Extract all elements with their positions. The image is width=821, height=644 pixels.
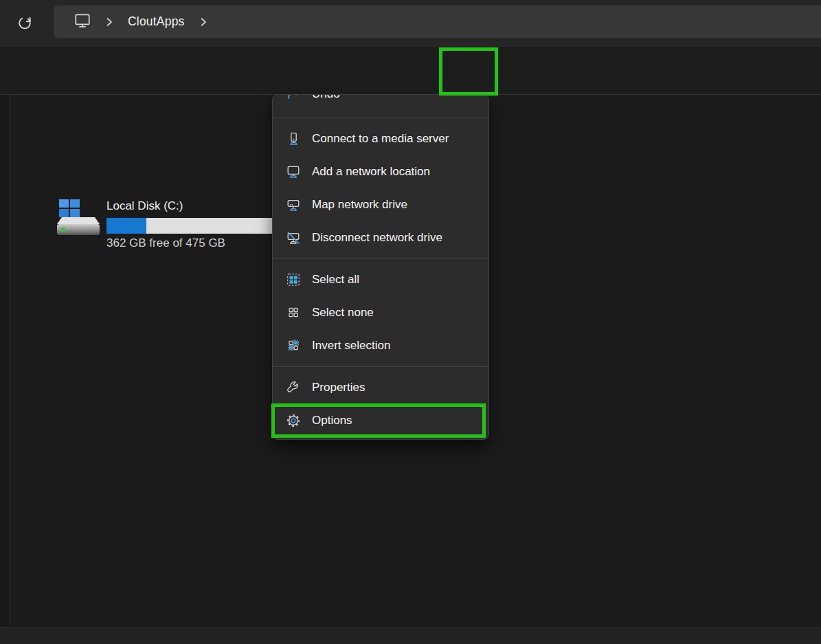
breadcrumb-chevron-icon — [106, 17, 113, 27]
menu-item-label: Options — [312, 414, 352, 428]
menu-item-select-none[interactable]: Select none — [273, 296, 488, 329]
disconnect-network-drive-icon — [286, 230, 301, 245]
menu-separator — [273, 118, 488, 118]
drive-name: Local Disk (C:) — [106, 199, 183, 213]
menu-separator — [273, 258, 488, 259]
menu-item-options[interactable]: Options — [273, 404, 488, 437]
refresh-icon — [16, 14, 34, 34]
breadcrumb-folder[interactable]: CloutApps — [122, 14, 190, 29]
menu-item-add-network-location[interactable]: Add a network location — [273, 155, 488, 188]
menu-item-label: Invert selection — [312, 339, 390, 353]
options-gear-icon — [286, 413, 301, 428]
menu-item-label: Connect to a media server — [312, 132, 449, 146]
file-explorer-window: CloutApps — [0, 0, 821, 644]
menu-item-label: Undo — [312, 94, 340, 101]
breadcrumb-this-pc[interactable] — [69, 10, 96, 34]
drive-free-space: 362 GB free of 475 GB — [106, 236, 225, 250]
drive-usage-bar — [106, 218, 273, 234]
map-network-drive-icon — [286, 197, 301, 212]
drive-item-local-disk-c[interactable]: Local Disk (C:) 362 GB free of 475 GB — [52, 195, 279, 258]
select-none-icon — [286, 305, 301, 320]
left-gutter — [0, 95, 9, 627]
menu-item-label: Properties — [312, 381, 365, 395]
title-address-bar: CloutApps — [0, 0, 821, 47]
menu-item-invert-selection[interactable]: Invert selection — [273, 329, 488, 362]
refresh-button[interactable] — [11, 11, 38, 36]
address-bar[interactable]: CloutApps — [54, 5, 821, 38]
menu-item-undo[interactable]: Undo — [273, 94, 488, 109]
menu-item-properties[interactable]: Properties — [273, 371, 488, 404]
menu-item-disconnect-network-drive[interactable]: Disconnect network drive — [273, 221, 488, 254]
status-bar — [0, 627, 821, 644]
add-network-location-icon — [286, 164, 301, 179]
menu-separator — [273, 366, 488, 367]
local-disk-icon — [52, 197, 102, 243]
drive-usage-fill — [106, 218, 146, 234]
select-all-icon — [286, 272, 301, 287]
command-bar: Sort View — [0, 47, 821, 95]
menu-item-label: Add a network location — [312, 165, 430, 179]
menu-item-map-network-drive[interactable]: Map network drive — [273, 188, 488, 221]
menu-item-select-all[interactable]: Select all — [273, 263, 488, 296]
menu-item-label: Disconnect network drive — [312, 231, 442, 245]
menu-item-label: Select none — [312, 306, 374, 320]
undo-icon — [286, 94, 301, 102]
media-server-icon — [286, 131, 301, 146]
breadcrumb-chevron-icon — [200, 17, 207, 27]
invert-selection-icon — [286, 338, 301, 353]
menu-item-connect-media-server[interactable]: Connect to a media server — [273, 122, 488, 155]
see-more-menu: Undo Connect to a media server — [272, 94, 489, 440]
properties-wrench-icon — [286, 380, 301, 395]
pane-divider[interactable] — [9, 95, 10, 627]
this-pc-monitor-icon — [73, 12, 92, 32]
menu-item-label: Map network drive — [312, 198, 407, 212]
menu-item-label: Select all — [312, 273, 359, 287]
